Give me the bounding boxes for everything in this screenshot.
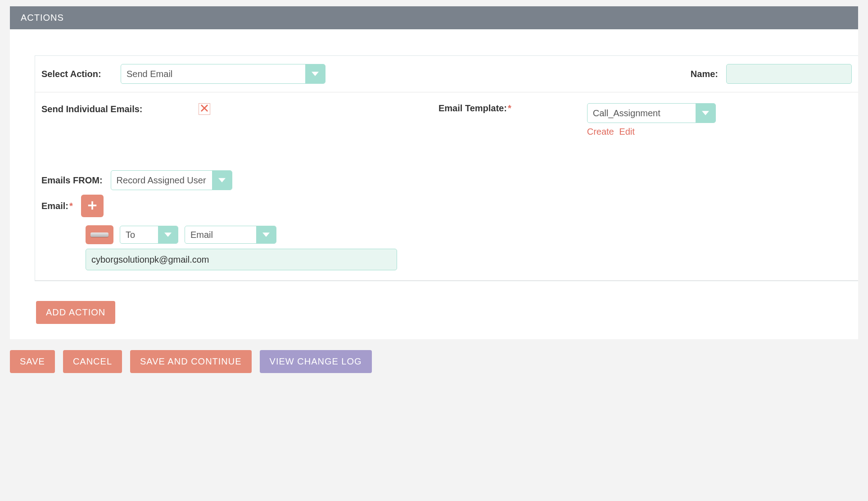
email-template-dropdown[interactable]: Call_Assignment [587, 103, 716, 123]
minus-icon [90, 232, 108, 237]
svg-marker-8 [262, 232, 270, 237]
add-action-button[interactable]: ADD ACTION [36, 301, 115, 324]
svg-marker-4 [218, 178, 226, 182]
recipient-field-value: Email [185, 226, 256, 243]
plus-icon [87, 200, 97, 212]
save-button[interactable]: SAVE [10, 350, 55, 373]
view-change-log-button[interactable]: VIEW CHANGE LOG [260, 350, 372, 373]
send-individual-checkbox[interactable] [199, 103, 210, 115]
chevron-down-icon [256, 226, 276, 243]
remove-recipient-button[interactable] [86, 225, 113, 244]
save-and-continue-button[interactable]: SAVE AND CONTINUE [130, 350, 252, 373]
email-template-value: Call_Assignment [588, 104, 696, 123]
email-address-input[interactable] [86, 249, 397, 270]
create-template-link[interactable]: Create [587, 127, 614, 137]
row-options: Send Individual Emails: Email Template:*… [35, 92, 858, 145]
svg-marker-7 [164, 232, 172, 237]
svg-marker-0 [312, 72, 319, 76]
recipient-row: To Email [86, 225, 852, 244]
email-address-row [86, 249, 397, 270]
recipient-type-value: To [120, 226, 158, 243]
name-input[interactable] [726, 64, 852, 84]
label-select-action: Select Action: [41, 69, 113, 79]
required-asterisk: * [69, 201, 73, 211]
select-action-dropdown[interactable]: Send Email [121, 64, 326, 84]
row-email: Email:* [35, 190, 858, 217]
action-config-box: Select Action: Send Email Name: Send Ind… [35, 55, 858, 281]
chevron-down-icon [212, 171, 232, 190]
label-name: Name: [691, 69, 718, 79]
cancel-button[interactable]: CANCEL [63, 350, 122, 373]
x-icon [200, 104, 208, 114]
row-emails-from: Emails FROM: Record Assigned User [35, 145, 858, 190]
add-recipient-button[interactable] [81, 195, 104, 217]
footer-button-bar: SAVE CANCEL SAVE AND CONTINUE VIEW CHANG… [10, 350, 858, 382]
label-email-template: Email Template:* [439, 103, 511, 114]
svg-rect-6 [88, 205, 96, 206]
label-send-individual: Send Individual Emails: [41, 104, 143, 114]
recipient-type-dropdown[interactable]: To [120, 226, 178, 244]
required-asterisk: * [508, 103, 511, 113]
chevron-down-icon [696, 104, 715, 123]
svg-marker-3 [702, 111, 709, 115]
recipient-field-dropdown[interactable]: Email [185, 226, 276, 244]
edit-template-link[interactable]: Edit [619, 127, 634, 137]
actions-panel-body: Select Action: Send Email Name: Send Ind… [10, 29, 858, 339]
label-email: Email:* [41, 201, 73, 211]
chevron-down-icon [158, 226, 178, 243]
select-action-value: Send Email [121, 64, 305, 83]
row-select-action: Select Action: Send Email Name: [35, 56, 858, 92]
recipient-block: To Email [35, 225, 858, 281]
emails-from-value: Record Assigned User [111, 171, 212, 190]
actions-panel-header: ACTIONS [10, 6, 858, 29]
chevron-down-icon [305, 64, 325, 83]
label-emails-from: Emails FROM: [41, 175, 103, 186]
panel-title: ACTIONS [21, 13, 64, 23]
emails-from-dropdown[interactable]: Record Assigned User [111, 170, 232, 190]
